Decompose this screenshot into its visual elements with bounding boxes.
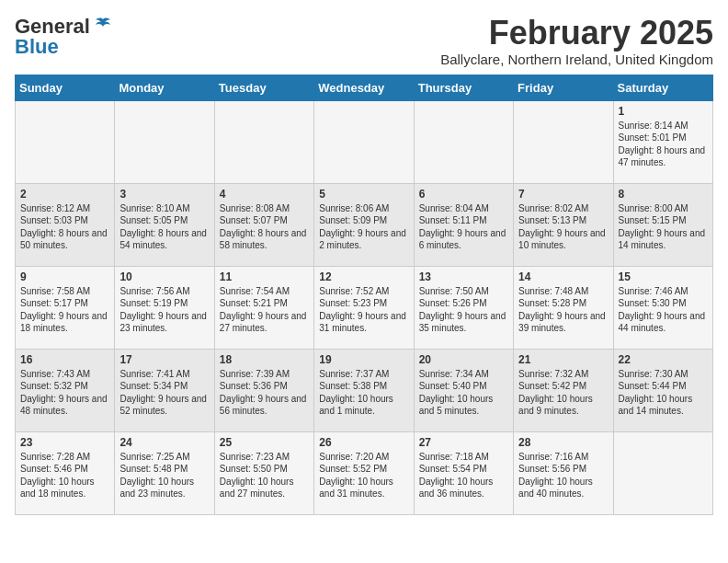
cell-content: Sunrise: 7:54 AMSunset: 5:21 PMDaylight:… — [220, 285, 309, 335]
day-number: 21 — [518, 353, 608, 366]
cell-line: Sunset: 5:50 PM — [220, 464, 288, 474]
calendar-cell: 11Sunrise: 7:54 AMSunset: 5:21 PMDayligh… — [214, 266, 313, 349]
day-number: 3 — [119, 188, 209, 201]
day-number: 4 — [220, 188, 309, 201]
cell-content: Sunrise: 7:46 AMSunset: 5:30 PMDaylight:… — [619, 285, 708, 335]
logo: General Blue — [15, 15, 112, 59]
cell-line: Sunrise: 8:10 AM — [119, 203, 189, 213]
title-block: February 2025 Ballyclare, Northern Irela… — [440, 15, 713, 67]
cell-content: Sunrise: 7:18 AMSunset: 5:54 PMDaylight:… — [419, 451, 508, 500]
cell-content: Sunrise: 7:30 AMSunset: 5:44 PMDaylight:… — [619, 368, 708, 418]
cell-line: Sunset: 5:07 PM — [220, 215, 288, 225]
cell-line: Sunrise: 7:52 AM — [319, 286, 389, 296]
day-number: 24 — [119, 436, 209, 449]
cell-line: Sunset: 5:11 PM — [419, 215, 487, 225]
cell-content: Sunrise: 8:10 AMSunset: 5:05 PMDaylight:… — [119, 202, 209, 252]
cell-line: Daylight: 10 hours and 9 minutes. — [518, 394, 593, 417]
cell-content: Sunrise: 8:08 AMSunset: 5:07 PMDaylight:… — [220, 202, 309, 252]
day-number: 11 — [220, 270, 309, 283]
cell-line: Sunrise: 7:54 AM — [220, 286, 290, 296]
calendar-week-row: 23Sunrise: 7:28 AMSunset: 5:46 PMDayligh… — [16, 431, 713, 514]
cell-line: Sunset: 5:28 PM — [518, 298, 586, 308]
cell-line: Sunset: 5:15 PM — [619, 215, 687, 225]
column-header-wednesday: Wednesday — [314, 75, 414, 100]
calendar-cell: 7Sunrise: 8:02 AMSunset: 5:13 PMDaylight… — [514, 183, 613, 266]
cell-line: Daylight: 9 hours and 35 minutes. — [419, 311, 506, 334]
cell-line: Daylight: 9 hours and 56 minutes. — [220, 394, 307, 417]
day-number: 6 — [419, 188, 508, 201]
cell-line: Sunrise: 7:23 AM — [220, 452, 290, 462]
cell-line: Sunrise: 7:20 AM — [319, 452, 389, 462]
calendar-week-row: 16Sunrise: 7:43 AMSunset: 5:32 PMDayligh… — [16, 349, 713, 431]
calendar-cell: 9Sunrise: 7:58 AMSunset: 5:17 PMDaylight… — [16, 266, 115, 349]
cell-line: Sunrise: 7:18 AM — [419, 452, 489, 462]
day-number: 23 — [20, 436, 109, 449]
cell-line: Sunrise: 7:48 AM — [518, 286, 588, 296]
cell-content: Sunrise: 7:20 AMSunset: 5:52 PMDaylight:… — [319, 451, 408, 500]
calendar-cell: 18Sunrise: 7:39 AMSunset: 5:36 PMDayligh… — [214, 349, 313, 431]
cell-line: Daylight: 8 hours and 50 minutes. — [20, 228, 108, 251]
calendar-cell: 20Sunrise: 7:34 AMSunset: 5:40 PMDayligh… — [414, 349, 513, 431]
column-header-friday: Friday — [514, 75, 613, 100]
cell-content: Sunrise: 7:37 AMSunset: 5:38 PMDaylight:… — [319, 368, 408, 418]
cell-line: Sunset: 5:56 PM — [518, 464, 586, 474]
cell-line: Sunrise: 8:12 AM — [20, 203, 90, 213]
calendar-cell: 25Sunrise: 7:23 AMSunset: 5:50 PMDayligh… — [214, 431, 313, 514]
cell-line: Sunrise: 7:30 AM — [619, 369, 688, 379]
calendar-cell — [214, 100, 313, 183]
day-number: 16 — [20, 353, 109, 366]
cell-line: Sunrise: 7:32 AM — [518, 369, 588, 379]
cell-line: Sunset: 5:17 PM — [20, 298, 88, 308]
cell-content: Sunrise: 7:58 AMSunset: 5:17 PMDaylight:… — [20, 285, 109, 335]
cell-line: Daylight: 9 hours and 2 minutes. — [319, 228, 406, 251]
cell-line: Sunset: 5:05 PM — [119, 215, 188, 225]
cell-line: Daylight: 9 hours and 27 minutes. — [220, 311, 307, 334]
page-header: General Blue February 2025 Ballyclare, N… — [15, 15, 713, 67]
day-number: 2 — [20, 188, 109, 201]
day-number: 7 — [518, 188, 608, 201]
cell-line: Daylight: 8 hours and 47 minutes. — [619, 145, 706, 168]
day-number: 20 — [419, 353, 508, 366]
calendar-cell: 13Sunrise: 7:50 AMSunset: 5:26 PMDayligh… — [414, 266, 513, 349]
cell-line: Daylight: 10 hours and 14 minutes. — [619, 394, 693, 417]
day-number: 22 — [619, 353, 708, 366]
cell-content: Sunrise: 7:23 AMSunset: 5:50 PMDaylight:… — [220, 451, 309, 500]
calendar-table: SundayMondayTuesdayWednesdayThursdayFrid… — [15, 75, 713, 515]
cell-line: Daylight: 9 hours and 52 minutes. — [119, 394, 207, 417]
cell-content: Sunrise: 7:52 AMSunset: 5:23 PMDaylight:… — [319, 285, 408, 335]
day-number: 12 — [319, 270, 408, 283]
day-number: 27 — [419, 436, 508, 449]
column-header-saturday: Saturday — [613, 75, 712, 100]
cell-line: Sunrise: 8:06 AM — [319, 203, 389, 213]
calendar-cell: 5Sunrise: 8:06 AMSunset: 5:09 PMDaylight… — [314, 183, 414, 266]
calendar-cell — [414, 100, 513, 183]
day-number: 8 — [619, 188, 708, 201]
day-number: 9 — [20, 270, 109, 283]
day-number: 10 — [119, 270, 209, 283]
calendar-cell: 2Sunrise: 8:12 AMSunset: 5:03 PMDaylight… — [16, 183, 115, 266]
page-subtitle: Ballyclare, Northern Ireland, United Kin… — [440, 52, 713, 67]
cell-line: Sunset: 5:09 PM — [319, 215, 387, 225]
cell-content: Sunrise: 8:14 AMSunset: 5:01 PMDaylight:… — [619, 120, 708, 169]
column-header-thursday: Thursday — [414, 75, 513, 100]
column-header-sunday: Sunday — [16, 75, 115, 100]
day-number: 15 — [619, 270, 708, 283]
cell-line: Sunset: 5:38 PM — [319, 381, 387, 391]
cell-line: Sunset: 5:26 PM — [419, 298, 487, 308]
cell-line: Sunrise: 7:28 AM — [20, 452, 90, 462]
cell-line: Sunrise: 7:50 AM — [419, 286, 489, 296]
cell-line: Daylight: 9 hours and 39 minutes. — [518, 311, 606, 334]
cell-line: Sunrise: 7:16 AM — [518, 452, 588, 462]
cell-line: Daylight: 8 hours and 58 minutes. — [220, 228, 307, 251]
calendar-cell: 21Sunrise: 7:32 AMSunset: 5:42 PMDayligh… — [514, 349, 613, 431]
calendar-week-row: 9Sunrise: 7:58 AMSunset: 5:17 PMDaylight… — [16, 266, 713, 349]
calendar-cell: 17Sunrise: 7:41 AMSunset: 5:34 PMDayligh… — [115, 349, 214, 431]
cell-line: Sunset: 5:46 PM — [20, 464, 88, 474]
column-header-tuesday: Tuesday — [214, 75, 313, 100]
cell-content: Sunrise: 8:06 AMSunset: 5:09 PMDaylight:… — [319, 202, 408, 252]
cell-line: Sunset: 5:54 PM — [419, 464, 487, 474]
calendar-cell: 12Sunrise: 7:52 AMSunset: 5:23 PMDayligh… — [314, 266, 414, 349]
cell-line: Daylight: 10 hours and 18 minutes. — [20, 477, 95, 500]
calendar-header-row: SundayMondayTuesdayWednesdayThursdayFrid… — [16, 75, 713, 100]
cell-line: Daylight: 10 hours and 27 minutes. — [220, 477, 294, 500]
